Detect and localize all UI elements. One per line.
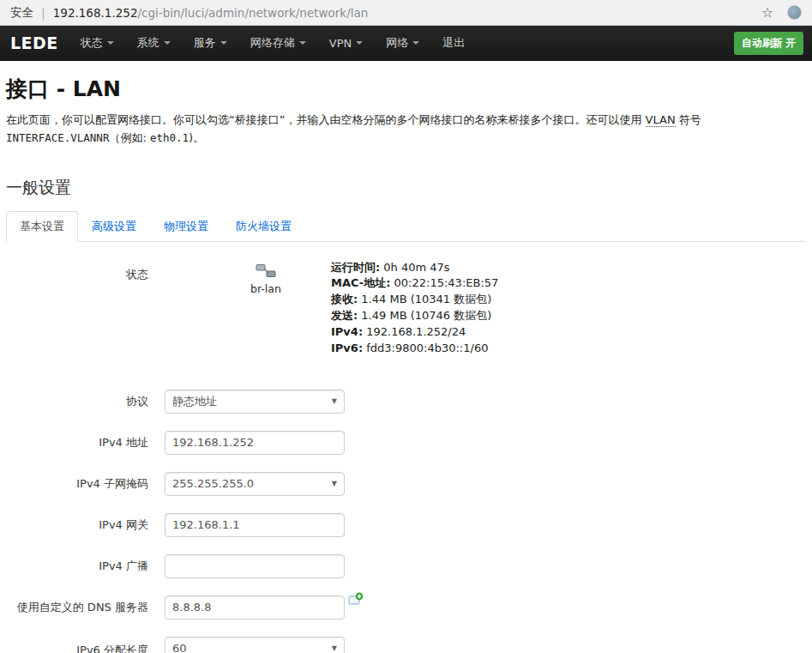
description-text: )。 — [189, 131, 204, 144]
select-caret-icon: ▼ — [332, 644, 337, 652]
url-text[interactable]: 192.168.1.252/cgi-bin/luci/admin/network… — [53, 6, 369, 20]
nav-menu-vpn[interactable]: VPN — [329, 37, 363, 50]
page-description: 在此页面，你可以配置网络接口。你可以勾选“桥接接口”，并输入由空格分隔的多个网络… — [6, 112, 805, 148]
ipv4-netmask-label: IPv4 子网掩码 — [6, 476, 165, 492]
interface-vlannr-code: INTERFACE.VLANNR — [6, 131, 109, 144]
caret-down-icon — [299, 41, 306, 45]
tab-physical-settings[interactable]: 物理设置 — [150, 211, 222, 242]
protocol-label: 协议 — [6, 394, 165, 409]
nav-menu-storage-label: 网络存储 — [250, 35, 295, 51]
caret-down-icon — [412, 41, 419, 45]
url-host: 192.168.1.252 — [53, 6, 138, 20]
interface-stats: 运行时间: 0h 40m 47s MAC-地址: 00:22:15:43:EB:… — [331, 260, 498, 357]
nav-menu-network[interactable]: 网络 — [386, 35, 419, 51]
brand-logo[interactable]: LEDE — [10, 33, 58, 52]
tab-advanced-settings[interactable]: 高级设置 — [78, 211, 150, 242]
select-caret-icon: ▼ — [332, 480, 337, 487]
ipv6-assignment-row: IPv6 分配长度 60 ▼ ? 给每个公共 IPv6 前缀分配指定长度的固定部… — [6, 637, 805, 653]
auto-refresh-toggle-button[interactable]: 自动刷新 开 — [734, 32, 803, 55]
protocol-row: 协议 静态地址 ▼ — [6, 390, 805, 414]
nav-menu-system-label: 系统 — [137, 35, 159, 51]
nav-menu-logout[interactable]: 退出 — [442, 35, 465, 51]
device-cell: br-lan — [225, 260, 307, 295]
nav-menu-status[interactable]: 状态 — [81, 35, 114, 51]
ipv4-gateway-row: IPv4 网关 — [6, 513, 805, 537]
ipv4-gateway-input[interactable] — [165, 513, 345, 537]
stat-rx: 接收: 1.44 MB (10341 数据包) — [331, 292, 498, 308]
caret-down-icon — [220, 41, 227, 45]
main-navbar: LEDE 状态 系统 服务 网络存储 VPN 网络 退出 自动刷新 开 — [0, 26, 812, 61]
ipv4-address-input[interactable] — [165, 431, 345, 455]
ipv4-netmask-selected-value: 255.255.255.0 — [172, 477, 254, 490]
ipv4-netmask-row: IPv4 子网掩码 255.255.255.0 ▼ — [6, 472, 805, 496]
add-entry-icon[interactable] — [348, 592, 364, 608]
bookmark-star-icon[interactable]: ☆ — [761, 4, 773, 21]
address-separator: | — [41, 6, 45, 20]
browser-address-bar: 安全 | 192.168.1.252/cgi-bin/luci/admin/ne… — [0, 0, 812, 26]
security-indicator[interactable]: 安全 — [10, 5, 33, 21]
stat-ipv6: IPv6: fdd3:9800:4b30::1/60 — [331, 341, 498, 357]
custom-dns-input[interactable] — [165, 596, 345, 620]
nav-menu-services[interactable]: 服务 — [194, 35, 227, 51]
ipv4-address-label: IPv4 地址 — [6, 435, 165, 450]
ipv4-gateway-label: IPv4 网关 — [6, 517, 165, 533]
description-text: 符号 — [676, 113, 701, 126]
nav-menu-status-label: 状态 — [81, 35, 103, 51]
tab-firewall-settings[interactable]: 防火墙设置 — [222, 211, 305, 242]
status-label: 状态 — [6, 260, 165, 282]
description-text: （例如: — [109, 131, 150, 144]
profile-avatar-icon[interactable] — [787, 5, 802, 20]
ipv4-netmask-select[interactable]: 255.255.255.0 ▼ — [165, 472, 345, 496]
page-content: 接口 - LAN 在此页面，你可以配置网络接口。你可以勾选“桥接接口”，并输入由… — [0, 61, 812, 653]
page-title: 接口 - LAN — [6, 75, 805, 103]
select-caret-icon: ▼ — [332, 397, 337, 405]
caret-down-icon — [164, 41, 171, 45]
protocol-selected-value: 静态地址 — [172, 394, 217, 409]
device-name: br-lan — [250, 282, 281, 295]
protocol-select[interactable]: 静态地址 ▼ — [165, 390, 345, 414]
ipv4-broadcast-row: IPv4 广播 — [6, 554, 805, 578]
ipv6-assignment-select[interactable]: 60 ▼ — [165, 637, 345, 653]
stat-tx: 发送: 1.49 MB (10746 数据包) — [331, 308, 498, 324]
url-path: /cgi-bin/luci/admin/network/network/lan — [137, 6, 368, 20]
nav-menu-network-label: 网络 — [386, 35, 408, 51]
section-title-general-settings: 一般设置 — [6, 177, 805, 199]
stat-ipv4: IPv4: 192.168.1.252/24 — [331, 324, 498, 341]
status-row: 状态 br-lan 运行时间: 0h 40m 47s MAC-地址: 00:22… — [6, 260, 805, 357]
vlan-abbr: VLAN — [646, 113, 676, 127]
nav-menu-services-label: 服务 — [194, 35, 216, 51]
ipv6-assignment-label: IPv6 分配长度 — [6, 637, 165, 653]
custom-dns-row: 使用自定义的 DNS 服务器 — [6, 596, 805, 620]
settings-tab-bar: 基本设置 高级设置 物理设置 防火墙设置 — [6, 211, 805, 242]
stat-mac-address: MAC-地址: 00:22:15:43:EB:57 — [331, 275, 498, 292]
caret-down-icon — [356, 41, 363, 45]
ipv4-address-row: IPv4 地址 — [6, 431, 805, 455]
ipv4-broadcast-input[interactable] — [165, 554, 345, 578]
nav-menu-logout-label: 退出 — [442, 35, 465, 51]
stat-uptime: 运行时间: 0h 40m 47s — [331, 260, 498, 276]
eth-example-code: eth0.1 — [150, 131, 189, 144]
ipv4-broadcast-label: IPv4 广播 — [6, 559, 165, 574]
nav-menu-vpn-label: VPN — [329, 37, 352, 50]
caret-down-icon — [107, 41, 114, 45]
nav-menu-storage[interactable]: 网络存储 — [250, 35, 306, 51]
nav-menu-system[interactable]: 系统 — [137, 35, 171, 51]
ipv6-assignment-selected-value: 60 — [172, 642, 187, 653]
bridge-interface-icon — [256, 263, 276, 278]
tab-basic-settings[interactable]: 基本设置 — [6, 211, 78, 242]
custom-dns-label: 使用自定义的 DNS 服务器 — [6, 600, 165, 615]
interface-settings-form: 状态 br-lan 运行时间: 0h 40m 47s MAC-地址: 00:22… — [6, 260, 805, 653]
description-text: 在此页面，你可以配置网络接口。你可以勾选“桥接接口”，并输入由空格分隔的多个网络… — [6, 113, 646, 126]
